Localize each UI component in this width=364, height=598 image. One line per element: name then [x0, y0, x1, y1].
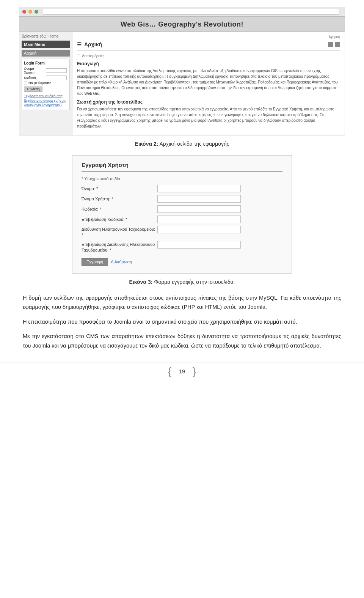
login-form-widget: Login Form Όνομα Χρήστη Κωδικός Να με θυ…: [22, 59, 70, 110]
form-row-confirm-pass: Επιβεβαίωση Κωδικού: *: [82, 216, 282, 223]
main-menu-label: Main Menu: [22, 41, 70, 48]
login-pass-label: Κωδικός: [24, 76, 45, 80]
login-name-input[interactable]: [46, 68, 67, 73]
site-title: Web Gis… Geography's Revolution!: [121, 20, 243, 28]
login-submit-button[interactable]: Σύνδεση: [24, 87, 42, 92]
browser-top-bar: [19, 7, 345, 17]
sidebar-breadcrumb: Βρίσκεστε εδώ: Home: [22, 34, 70, 38]
form-submit-button[interactable]: Εγγραφή: [82, 258, 108, 266]
sidebar-item-home[interactable]: Αρχική: [22, 50, 70, 57]
details-label: Λεπτομέρειες: [77, 54, 340, 58]
form-row-username: Όνομα Χρήστη: *: [82, 195, 282, 203]
content-page-title: Αρχική: [84, 41, 102, 47]
remember-checkbox[interactable]: [24, 82, 27, 85]
sidebar-links: Ξεχάσατε τον κωδικό σας; Ξεχάσατε το όνο…: [24, 94, 67, 107]
form-input-confirm-email[interactable]: [157, 241, 241, 249]
form-input-username[interactable]: [157, 195, 241, 203]
caption3-text: Φόρμα εγγραφής στην ιστοσελίδα.: [154, 279, 235, 285]
login-pass-input[interactable]: [46, 76, 67, 80]
sidebar-link-register[interactable]: Δημιουργία λογαριασμού: [24, 103, 67, 107]
body-text-area: Η δομή των σελίδων της εφαρμογής αποθηκε…: [15, 293, 349, 351]
section2-body: Για να χρησιμοποιήσετε την εφαρμογή της …: [77, 106, 340, 129]
form-label-email: Διεύθυνση Ηλεκτρονικού Ταχυδρομείου: *: [82, 226, 157, 238]
form-row-confirm-email: Επιβεβαίωση Διεύθυνσης Ηλεκτρονικού Ταχυ…: [82, 241, 282, 253]
footer-brace-left: {: [168, 366, 171, 377]
sidebar: Βρίσκεστε εδώ: Home Main Menu Αρχική Log…: [19, 32, 72, 135]
reg-form-title: Εγγραφή Χρήστη: [82, 162, 282, 172]
form-buttons-row: Εγγραφή ή Ακύρωση: [82, 258, 282, 266]
form-input-password[interactable]: [157, 205, 241, 213]
form-label-password: Κωδικός: *: [82, 207, 157, 211]
content-breadcrumb: Αρχική: [77, 35, 340, 39]
caption2-text: Αρχική σελίδα της εφαρμογής: [160, 141, 229, 147]
reg-form-required-note: * Υποχρεωτικό πεδίο: [82, 176, 282, 181]
footer-brace-right: }: [193, 366, 196, 377]
caption2-label: Εικόνα 2:: [135, 141, 158, 147]
sidebar-link-forgot-user[interactable]: Ξεχάσατε το όνομα χρήστη;: [24, 99, 67, 102]
form-input-name[interactable]: [157, 185, 241, 192]
remember-label: Να με θυμάστε: [28, 81, 51, 85]
form-label-confirm-email: Επιβεβαίωση Διεύθυνσης Ηλεκτρονικού Ταχυ…: [82, 241, 157, 253]
caption3-label: Εικόνα 3:: [129, 279, 152, 285]
caption-2: Εικόνα 2: Αρχική σελίδα της εφαρμογής: [0, 141, 364, 147]
paragraph-2: Η επεκτασιμότητα που προσφέρει το Joomla…: [23, 317, 341, 327]
form-label-confirm-pass: Επιβεβαίωση Κωδικού: *: [82, 217, 157, 222]
main-content-area: Αρχική ☰ Αρχική Λεπτομέρειες Εισαγωγή Η …: [72, 32, 345, 135]
caption-3: Εικόνα 3: Φόρμα εγγραφής στην ιστοσελίδα…: [0, 279, 364, 285]
content-title-icon: ☰: [77, 41, 82, 47]
form-row-email: Διεύθυνση Ηλεκτρονικού Ταχυδρομείου: *: [82, 226, 282, 238]
form-cancel-link[interactable]: ή Ακύρωση: [111, 260, 132, 264]
form-row-password: Κωδικός: *: [82, 205, 282, 213]
form-label-username: Όνομα Χρήστη: *: [82, 197, 157, 201]
section2-title: Σωστή χρήση της Ιστοσελίδας: [77, 99, 340, 105]
form-row-name: Όνομα: *: [82, 185, 282, 192]
section1-title: Εισαγωγή: [77, 61, 340, 66]
sidebar-link-forgot-pass[interactable]: Ξεχάσατε τον κωδικό σας;: [24, 94, 67, 98]
section1-body: Η παρούσα ιστοσελίδα έγινε στα πλαίσια τ…: [77, 68, 340, 96]
login-form-title: Login Form: [24, 61, 67, 65]
view-icon-1[interactable]: [328, 42, 333, 47]
paragraph-3: Με την εγκατάσταση στο CMS των απαραίτητ…: [23, 332, 341, 350]
browser-screenshot: Web Gis… Geography's Revolution! Βρίσκεσ…: [19, 7, 345, 135]
view-icon-2[interactable]: [335, 42, 340, 47]
form-label-name: Όνομα: *: [82, 186, 157, 191]
form-input-email[interactable]: [157, 226, 241, 233]
form-input-confirm-pass[interactable]: [157, 216, 241, 223]
login-name-label: Όνομα Χρήστη: [24, 67, 45, 74]
page-footer: { 19 }: [0, 362, 364, 383]
registration-form-screenshot: Εγγραφή Χρήστη * Υποχρεωτικό πεδίο Όνομα…: [72, 155, 292, 274]
paragraph-1: Η δομή των σελίδων της εφαρμογής αποθηκε…: [23, 293, 341, 312]
site-header-banner: Web Gis… Geography's Revolution!: [19, 17, 345, 32]
footer-page-number: 19: [179, 368, 185, 375]
